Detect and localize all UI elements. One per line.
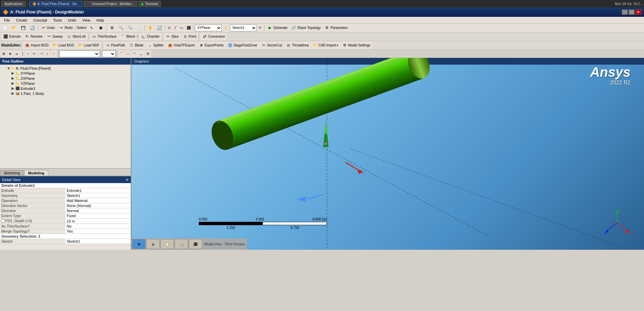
sep1 xyxy=(38,25,38,31)
sketch-arc5[interactable]: ◔ xyxy=(145,50,151,58)
blade-button[interactable]: ⬡ Blade xyxy=(127,42,145,49)
tree-item-body[interactable]: ▶ 📦 1 Part, 1 Body xyxy=(1,91,129,96)
close-button[interactable]: ✕ xyxy=(635,9,641,15)
sweep-button[interactable]: 〜 Sweep xyxy=(45,33,65,40)
sketch-dropdown[interactable] xyxy=(59,50,100,57)
sketch-tool-2[interactable]: ⊕ xyxy=(7,50,13,58)
sketch-tool-9[interactable]: ⟋ xyxy=(50,50,57,58)
point-button[interactable]: ⊙ Point xyxy=(181,33,198,40)
zoom-box-button[interactable]: ⬜ xyxy=(135,24,144,32)
edge-select[interactable]: ╱ xyxy=(173,24,178,32)
rotate-button[interactable]: 🔄 xyxy=(155,24,164,32)
save-button[interactable]: 💾 xyxy=(19,24,28,32)
select-cursor[interactable]: ↖ xyxy=(87,24,96,32)
sketch-tool-8[interactable]: ↕ xyxy=(45,50,50,58)
tree-body-label: 1 Part, 1 Body xyxy=(21,92,44,96)
model-view-tab[interactable]: 🖥 xyxy=(132,239,146,249)
tree-item-xyplane[interactable]: ▶ 📐 XYPlane xyxy=(1,71,129,76)
vista-tf-export-button[interactable]: 📤 VistaTFExport xyxy=(166,42,196,49)
sketch-arc1[interactable]: ⌒ xyxy=(118,50,125,58)
plane-select[interactable]: XYPlane ZXPlane YZPlane xyxy=(195,25,222,31)
point-select[interactable]: ⊙ xyxy=(166,24,172,32)
tree-item-yzplane[interactable]: ▶ 📐 YZPlane xyxy=(1,81,129,86)
throat-area-button[interactable]: ◎ ThroatArea xyxy=(284,42,310,49)
menu-view[interactable]: View xyxy=(80,18,93,23)
menu-file[interactable]: File xyxy=(1,18,13,23)
view-tab-5[interactable]: ⬛ xyxy=(189,239,202,249)
slice-button[interactable]: ✂ Slice xyxy=(164,33,181,40)
view-tabs: 🖥 🖨 📋 🔍 ⬛ Model View Print Preview xyxy=(131,238,247,250)
maximize-button[interactable]: □ xyxy=(628,9,635,15)
detail-view-close[interactable]: ✕ xyxy=(126,178,129,182)
new-button[interactable]: 📄 xyxy=(1,24,9,32)
sketch-tool-1[interactable]: ⊞ xyxy=(1,50,7,58)
graphics-area[interactable]: Graphics Ansys 2022 R2 xyxy=(131,58,644,250)
cad-import-button[interactable]: 📁 CAD Import ▾ xyxy=(311,42,340,49)
redo-button[interactable]: ↪Redo xyxy=(57,24,74,32)
model-settings-button[interactable]: ⚙ Model Settings xyxy=(340,42,372,49)
load-bgd-button[interactable]: 📂 Load BGD xyxy=(51,42,76,49)
taskbar-item-designmodeler[interactable]: 🔶 A: Fluid Flow (Fluent) - De... xyxy=(29,1,83,7)
sketch-select[interactable]: Sketch1 xyxy=(230,25,257,31)
sketch-tool-4[interactable]: ⌡ xyxy=(20,50,25,58)
share-topology-button[interactable]: 🔗 Share Topology xyxy=(289,24,322,32)
view-tab-3[interactable]: 📋 xyxy=(160,239,174,249)
chamfer-button[interactable]: ◺ Chamfer xyxy=(139,33,161,40)
taskbar-item-terminal[interactable]: ▶ Terminal xyxy=(139,1,161,7)
view-tab-4[interactable]: 🔍 xyxy=(175,239,188,249)
tab-sketching[interactable]: Sketching xyxy=(0,170,24,176)
sketch-arc3[interactable]: ◠ xyxy=(131,50,137,58)
sketch-arc4[interactable]: ◡ xyxy=(138,50,144,58)
stage-fluid-zone-button[interactable]: 🌀 StageFluidZone xyxy=(226,42,259,49)
open-button[interactable]: 📂 xyxy=(10,24,19,32)
menu-concept[interactable]: Concept xyxy=(31,18,50,23)
svg-marker-7 xyxy=(297,197,307,202)
sector-cut-button[interactable]: ✂ SectorCut xyxy=(259,42,283,49)
pan-button[interactable]: ✋ xyxy=(146,24,155,32)
export-points-button[interactable]: ⊕ ExportPoints xyxy=(197,42,225,49)
tree-item-extrude1[interactable]: ▶ ⬛ Extrude1 xyxy=(1,86,129,91)
fit-button[interactable]: ⊞ xyxy=(108,24,116,32)
parameters-button[interactable]: ⚙ Parameters xyxy=(323,24,349,32)
zoom-out-button[interactable]: 🔍 xyxy=(126,24,134,32)
tree-item-zxplane[interactable]: ▶ 📐 ZXPlane xyxy=(1,76,129,81)
splitter-button[interactable]: ⟂ Splitter xyxy=(146,42,165,49)
select-box[interactable]: ▣ xyxy=(96,24,105,32)
skin-loft-button[interactable]: ◇ Skin/Loft xyxy=(65,33,87,40)
menu-help[interactable]: Help xyxy=(94,18,107,23)
print-preview-tab[interactable]: 🖨 xyxy=(146,239,160,249)
sketch-icon[interactable]: ✏ xyxy=(257,24,263,32)
minimize-button[interactable]: _ xyxy=(622,9,628,15)
extrude-button[interactable]: ⬛ Extrude xyxy=(1,33,22,40)
generate-button[interactable]: ▶ Generate xyxy=(266,24,289,32)
import-bgd-button[interactable]: 📥 Import BGD xyxy=(23,42,50,49)
taskbar-item-workbench[interactable]: ⬛ Unsaved Project - Workbe... xyxy=(84,1,137,7)
refresh-button[interactable]: 🔄 xyxy=(28,24,37,32)
flow-path-button[interactable]: ➜ FlowPath xyxy=(103,42,127,49)
undo-button[interactable]: ↩Undo xyxy=(39,24,57,32)
tree-item-root[interactable]: ▼ 📁 A: Fluid Flow [Fluent] xyxy=(1,66,129,71)
sketch-tool-7[interactable]: ⊣ xyxy=(38,50,44,58)
face-select[interactable]: ▭ xyxy=(178,24,185,32)
taskbar-apps[interactable]: Applications xyxy=(1,1,26,7)
sketch-tool-6[interactable]: ⊢ xyxy=(31,50,38,58)
sketch-dropdown2[interactable] xyxy=(102,50,116,57)
sep5 xyxy=(165,25,165,31)
detail-value-depth[interactable]: 10 m xyxy=(65,218,131,224)
revolve-button[interactable]: ↻ Revolve xyxy=(23,33,44,40)
menu-create[interactable]: Create xyxy=(13,18,30,23)
sketch-tool-3[interactable]: ⊿ xyxy=(13,50,20,58)
sketch-arc2[interactable]: ⌣ xyxy=(125,50,131,58)
thin-surface-button[interactable]: ▭ Thin/Surface xyxy=(90,33,118,40)
sketch-tool-5[interactable]: ⌐ xyxy=(26,50,31,58)
blend-button[interactable]: ⌒ Blend xyxy=(119,33,137,40)
fd1-checkbox[interactable] xyxy=(1,219,5,222)
body-select[interactable]: ⬛ xyxy=(185,24,192,32)
menu-units[interactable]: Units xyxy=(65,18,79,23)
conversion-button[interactable]: ⇄ Conversion xyxy=(200,33,227,40)
menu-tools[interactable]: Tools xyxy=(51,18,65,23)
zoom-in-button[interactable]: 🔍 xyxy=(117,24,125,32)
load-ndf-button[interactable]: 📂 Load NDF xyxy=(76,42,101,49)
tab-modeling[interactable]: Modeling xyxy=(24,170,48,176)
plane-flip[interactable]: ⚡ xyxy=(222,24,229,32)
